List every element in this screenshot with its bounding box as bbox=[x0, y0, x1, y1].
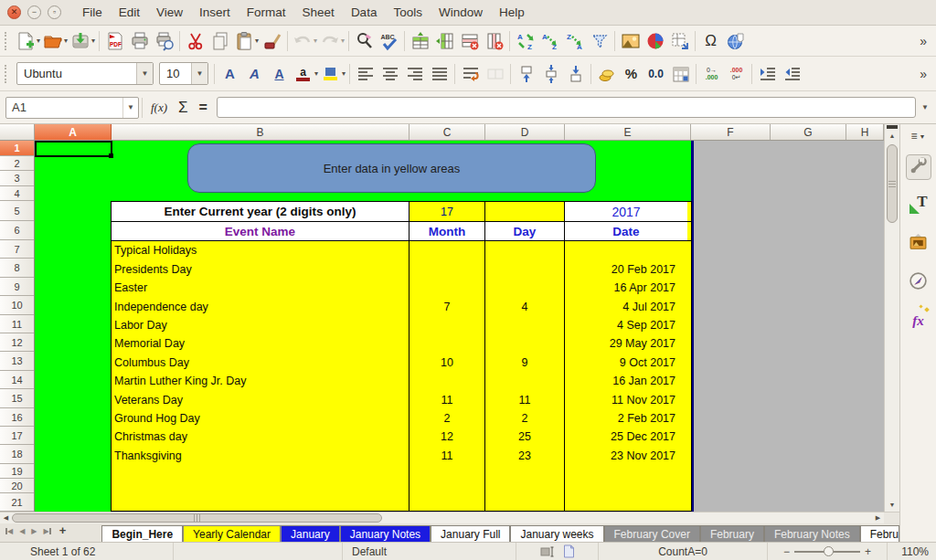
cell-empty[interactable] bbox=[565, 480, 687, 494]
cell-event-name[interactable]: Veterans Day bbox=[112, 390, 410, 409]
column-header-b[interactable]: B bbox=[112, 124, 410, 140]
cell-empty[interactable] bbox=[565, 465, 687, 480]
menu-edit[interactable]: Edit bbox=[111, 5, 148, 19]
vertical-scrollbar[interactable]: ▲ ▼ bbox=[884, 124, 899, 512]
insert-row-button[interactable] bbox=[408, 28, 432, 53]
cell-event-date[interactable] bbox=[565, 241, 687, 259]
row-header-19[interactable]: 19 bbox=[0, 464, 34, 479]
cell-event-name[interactable]: Martin Luther King Jr. Day bbox=[112, 372, 410, 390]
cell-event-day[interactable] bbox=[485, 279, 565, 297]
minimize-window-icon[interactable]: − bbox=[27, 5, 41, 19]
row-header-5[interactable]: 5 bbox=[0, 201, 34, 221]
print-button[interactable] bbox=[127, 28, 152, 53]
sheet-tab-yearly-calendar[interactable]: Yearly Calendar bbox=[183, 525, 281, 542]
cell-event-name[interactable]: Columbus Day bbox=[112, 353, 410, 372]
spelling-button[interactable]: ABC bbox=[377, 28, 401, 53]
cell-event-month[interactable]: 12 bbox=[410, 428, 485, 446]
sort-descending-button[interactable]: ZA bbox=[562, 28, 587, 53]
insert-column-button[interactable] bbox=[432, 28, 457, 53]
sheet-tab-january-full[interactable]: January Full bbox=[431, 525, 510, 542]
next-sheet-icon[interactable]: ▶ bbox=[31, 527, 37, 535]
scroll-up-icon[interactable]: ▲ bbox=[885, 130, 899, 142]
dropdown-arrow-icon[interactable]: ▾ bbox=[314, 37, 317, 45]
bold-button[interactable]: A bbox=[218, 61, 242, 86]
cell-empty[interactable] bbox=[410, 480, 485, 494]
row-header-6[interactable]: 6 bbox=[0, 221, 34, 240]
properties-tab[interactable] bbox=[906, 154, 931, 180]
row-header-8[interactable]: 8 bbox=[0, 259, 34, 278]
menu-insert[interactable]: Insert bbox=[191, 5, 239, 19]
cell-empty[interactable] bbox=[485, 465, 565, 480]
row-header-3[interactable]: 3 bbox=[0, 171, 34, 186]
dropdown-arrow-icon[interactable]: ▾ bbox=[314, 69, 318, 78]
align-right-button[interactable] bbox=[402, 61, 427, 86]
maximize-window-icon[interactable]: ▫ bbox=[48, 5, 61, 19]
cell-event-date[interactable]: 20 Feb 2017 bbox=[565, 259, 687, 279]
toolbar-overflow-button[interactable]: » bbox=[920, 67, 936, 81]
cell-event-month[interactable] bbox=[410, 372, 485, 390]
styles-tab[interactable]: T bbox=[906, 193, 931, 218]
cell-year-label[interactable]: Enter Current year (2 digits only) bbox=[112, 202, 410, 221]
previous-sheet-icon[interactable]: ◀ bbox=[19, 527, 25, 535]
sidebar-settings-button[interactable]: ≡ ▼ bbox=[911, 130, 926, 143]
horizontal-scroll-thumb[interactable] bbox=[12, 513, 382, 523]
special-character-button[interactable]: Ω bbox=[698, 28, 723, 53]
indent-increase-button[interactable] bbox=[755, 61, 780, 86]
row-header-10[interactable]: 10 bbox=[0, 296, 34, 315]
export-pdf-button[interactable]: PDF bbox=[102, 28, 127, 53]
percent-button[interactable]: % bbox=[619, 61, 644, 86]
cell-event-name[interactable]: Presidents Day bbox=[112, 259, 410, 279]
dropdown-arrow-icon[interactable]: ▾ bbox=[64, 37, 68, 45]
menu-tools[interactable]: Tools bbox=[385, 5, 431, 19]
cell-event-month[interactable]: 10 bbox=[410, 353, 485, 372]
cell-event-date[interactable]: 4 Sep 2017 bbox=[565, 316, 687, 334]
menu-help[interactable]: Help bbox=[491, 5, 533, 19]
banner-shape[interactable]: Enter data in yellow areas bbox=[187, 143, 596, 193]
cell-event-day[interactable] bbox=[485, 259, 565, 279]
new-button[interactable]: ▾ bbox=[14, 28, 41, 53]
cell-event-date[interactable]: 2 Feb 2017 bbox=[565, 409, 687, 428]
font-name-combo[interactable]: Ubuntu ▼ bbox=[16, 62, 154, 85]
row-header-20[interactable]: 20 bbox=[0, 479, 34, 493]
functions-tab[interactable]: fx bbox=[906, 308, 931, 333]
formula-input[interactable] bbox=[217, 97, 916, 118]
cell-event-date[interactable]: 4 Jul 2017 bbox=[565, 297, 687, 316]
column-header-e[interactable]: E bbox=[565, 124, 691, 140]
row-header-2[interactable]: 2 bbox=[0, 156, 34, 171]
cell-event-name[interactable]: Typical Holidays bbox=[112, 241, 410, 259]
navigator-tab[interactable] bbox=[906, 269, 931, 295]
align-center-button[interactable] bbox=[378, 61, 402, 86]
equals-icon[interactable]: = bbox=[199, 100, 207, 116]
split-handle[interactable] bbox=[887, 125, 898, 129]
row-header-9[interactable]: 9 bbox=[0, 278, 34, 296]
dropdown-arrow-icon[interactable]: ▾ bbox=[342, 69, 346, 78]
merge-cells-button[interactable] bbox=[483, 61, 507, 86]
cell-empty[interactable] bbox=[112, 494, 410, 512]
select-all-corner[interactable] bbox=[0, 124, 35, 140]
cell-cursor-a1[interactable] bbox=[35, 141, 112, 157]
expand-formula-bar-icon[interactable]: ▼ bbox=[921, 103, 931, 111]
cell-grid[interactable]: Enter data in yellow areas Enter Current… bbox=[35, 141, 884, 512]
font-color-button[interactable]: a▾ bbox=[292, 61, 319, 86]
chevron-down-icon[interactable]: ▼ bbox=[191, 63, 207, 84]
row-header-11[interactable]: 11 bbox=[0, 315, 34, 333]
sheet-tab-febru[interactable]: Febru bbox=[860, 525, 899, 542]
delete-decimal-button[interactable]: .0000↵ bbox=[724, 61, 749, 86]
print-preview-button[interactable] bbox=[152, 28, 176, 53]
clone-formatting-button[interactable] bbox=[260, 28, 284, 53]
menu-data[interactable]: Data bbox=[343, 5, 386, 19]
cell-header-day[interactable]: Day bbox=[485, 222, 565, 240]
cell-event-month[interactable]: 7 bbox=[410, 297, 485, 316]
row-header-21[interactable]: 21 bbox=[0, 493, 34, 512]
row-header-14[interactable]: 14 bbox=[0, 371, 34, 389]
cell-event-month[interactable] bbox=[410, 241, 485, 259]
menu-format[interactable]: Format bbox=[239, 5, 294, 19]
cell-event-date[interactable]: 23 Nov 2017 bbox=[565, 446, 687, 465]
zoom-out-icon[interactable]: − bbox=[783, 545, 790, 558]
cell-header-event-name[interactable]: Event Name bbox=[112, 222, 410, 240]
cell-empty[interactable] bbox=[410, 494, 485, 512]
cell-event-name[interactable]: Memorial Day bbox=[112, 334, 410, 353]
cell-year-full[interactable]: 2017 bbox=[565, 202, 687, 221]
menu-file[interactable]: File bbox=[74, 5, 111, 19]
cell-event-month[interactable] bbox=[410, 316, 485, 334]
